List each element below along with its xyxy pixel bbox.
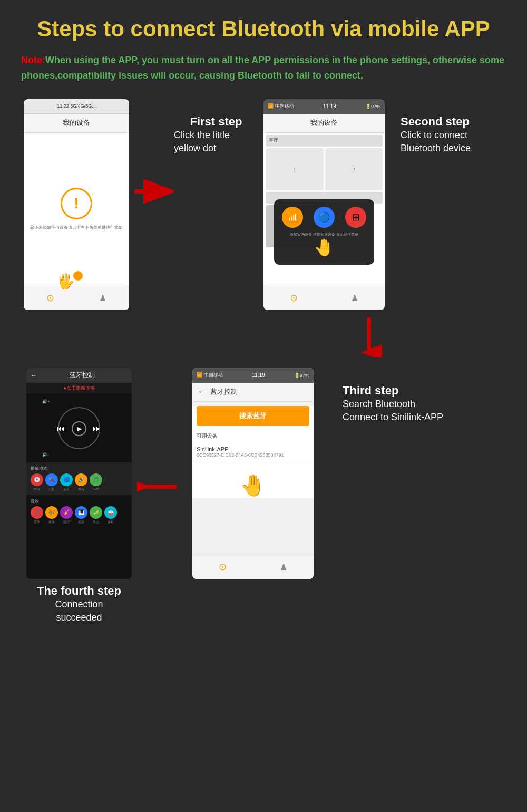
effect-6[interactable]: 🥁 [104, 506, 117, 519]
device-name: Sinilink-APP [197, 446, 309, 452]
note-text: When using the APP, you must turn on all… [21, 55, 504, 81]
phone1-footer: ⊙ ♟ [24, 286, 129, 310]
phone3-back: ← [31, 372, 37, 379]
room-cell-1: 1 [266, 148, 324, 190]
hand-cursor-3: 🤚 [240, 473, 266, 498]
phone3-mode-section: 播放模式 💿 🔌 🔵 🔊 🎵 SD卡 U盘 蓝牙 声音 AUX [26, 462, 132, 495]
phone2-body: 客厅 1 3 📶 🔵 [264, 133, 385, 286]
vol-up: 🔊+ [32, 399, 50, 404]
eff-label-6: 乡村 [104, 520, 117, 525]
warning-icon: ! [61, 188, 92, 219]
col-phone2: 📶 中国移动 11:19 🔋97% 我的设备 客厅 1 3 [258, 99, 390, 310]
phone1-title-bar: 我的设备 [24, 114, 129, 133]
mode-icons: 💿 🔌 🔵 🔊 🎵 [31, 473, 128, 486]
col-arrow-right [132, 178, 174, 205]
eff-label-2: 摇滚 [45, 520, 58, 525]
search-bluetooth-btn[interactable]: 搜索蓝牙 [197, 406, 309, 426]
effects-labels-row: 正常 摇滚 流行 活泼 爵士 乡村 [31, 520, 128, 525]
step1-number: First step [190, 115, 242, 129]
prev-btn[interactable]: ⏮ [57, 424, 65, 433]
col-phone3: ← 蓝牙控制 ●点击重新连接 🔊+ ⏮ ▶ ⏭ 🔊- [21, 368, 137, 624]
phone3-bt-status: ●点击重新连接 [63, 385, 94, 392]
col-phone1: 11:22 3G/4G/5G... 我的设备 ! 您还未添加任何设备请点击右下角… [21, 99, 132, 310]
phone3-effects-section: 音效 🎵 🎶 🎸 🎹 🎺 🥁 正常 摇滚 流行 活泼 爵士 [26, 495, 132, 528]
phone1-header: 11:22 3G/4G/5G... [24, 99, 129, 114]
row1-layout: 11:22 3G/4G/5G... 我的设备 ! 您还未添加任何设备请点击右下角… [21, 99, 506, 310]
page-container: Steps to connect Bluetooth via mobile AP… [21, 16, 506, 624]
hand-cursor-area: 🤚 [192, 473, 314, 498]
phone2-battery: 🔋97% [365, 104, 380, 109]
note-label: Note: [21, 55, 45, 65]
device-item-1[interactable]: Sinilink-APP 0CC90527-E C62-04A8-6CB4260… [192, 442, 314, 462]
hand-cursor-2: 🤚 [314, 237, 335, 257]
row2-layout: ← 蓝牙控制 ●点击重新连接 🔊+ ⏮ ▶ ⏭ 🔊- [21, 368, 506, 624]
col-step1-label: First step Click the little yellow dot [174, 115, 258, 155]
arrow-down-section [232, 315, 506, 357]
popup-wifi-icon[interactable]: 📶 [282, 207, 303, 228]
effect-1[interactable]: 🎵 [31, 506, 43, 519]
phone4-footer-icon2: ♟ [280, 562, 287, 572]
arrow-down-icon [356, 315, 382, 357]
grid-icon: ⊞ [352, 211, 360, 223]
player-controls: ⏮ ▶ ⏭ [57, 421, 101, 436]
effect-5[interactable]: 🎺 [90, 506, 102, 519]
phone3-title: 蓝牙控制 [37, 371, 128, 380]
phone2-footer: ⊙ ♟ [264, 286, 385, 310]
phone4-body: 搜索蓝牙 可用设备 Sinilink-APP 0CC90527-E C62-04… [192, 406, 314, 498]
mode-label: 播放模式 [31, 466, 128, 471]
mode-usb[interactable]: 🔌 [45, 473, 58, 486]
step3-line2: Connect to Sinilink-APP [343, 411, 443, 424]
eff-label-1: 正常 [31, 520, 43, 525]
effect-2[interactable]: 🎶 [45, 506, 58, 519]
phone1-body: ! 您还未添加任何设备请点击右下角菜单键进行添加 [24, 133, 129, 286]
wifi-icon: 📶 [287, 211, 298, 223]
device-id: 0CC90527-E C62-04A8-6CB4260504791 [197, 452, 309, 458]
step4-label: The fourth step Connection succeeded [37, 584, 121, 624]
popup-grid-icon[interactable]: ⊞ [345, 207, 366, 228]
step2-number: Second step [401, 115, 470, 129]
arrow-left-icon [137, 473, 179, 500]
phone4-footer-icon1: ⊙ [219, 561, 227, 573]
popup-icons-row: 📶 🔵 ⊞ [282, 207, 366, 228]
label-sd: SD卡 [31, 487, 43, 492]
phone4-signal: 📶 中国移动 [197, 372, 223, 379]
eff-label-3: 流行 [60, 520, 73, 525]
play-btn[interactable]: ▶ [72, 421, 86, 436]
col-step2-label: Second step Click to connect Bluetooth d… [401, 115, 471, 155]
phone2-footer-icon2: ♟ [351, 293, 358, 303]
step1-desc: Click the little yellow dot [174, 129, 258, 155]
note-section: Note:When using the APP, you must turn o… [21, 53, 506, 83]
phone3-player: 🔊+ ⏮ ▶ ⏭ 🔊- [26, 394, 132, 462]
phone2-title-bar: 我的设备 [264, 114, 385, 133]
step4-number: The fourth step [37, 584, 121, 597]
mode-sound[interactable]: 🔊 [75, 473, 87, 486]
phone1-screen: 11:22 3G/4G/5G... 我的设备 ! 您还未添加任何设备请点击右下角… [24, 99, 129, 310]
mode-aux[interactable]: 🎵 [90, 473, 102, 486]
step3-number: Third step [343, 384, 443, 398]
mode-bt[interactable]: 🔵 [60, 473, 73, 486]
mode-sd[interactable]: 💿 [31, 473, 43, 486]
step2-line2: Bluetooth device [401, 142, 471, 155]
bluetooth-icon: 🔵 [318, 211, 330, 223]
warning-char: ! [74, 195, 79, 212]
next-btn[interactable]: ⏭ [93, 424, 101, 433]
phone3-screen: ← 蓝牙控制 ●点击重新连接 🔊+ ⏮ ▶ ⏭ 🔊- [26, 368, 132, 579]
effect-4[interactable]: 🎹 [75, 506, 87, 519]
step4-line2: succeeded [56, 612, 102, 623]
phone2-footer-icon1: ⊙ [290, 292, 298, 304]
available-label: 可用设备 [192, 430, 314, 442]
player-circle[interactable]: ⏮ ▶ ⏭ [58, 407, 100, 449]
phone1-footer-icon1: ⊙ [46, 292, 54, 304]
step2-line1: Click to connect [401, 129, 467, 142]
room-cell-2: 3 [325, 148, 383, 190]
phone3-header: ← 蓝牙控制 [26, 368, 132, 383]
phone2-signal: 📶 中国移动 [268, 103, 294, 110]
phone1-status: 11:22 3G/4G/5G... [57, 103, 96, 109]
popup-bt-icon[interactable]: 🔵 [314, 207, 335, 228]
popup-labels: 添加WiFi设备 连接蓝牙设备 显示操作菜单 [290, 232, 358, 237]
vol-down: 🔊- [32, 452, 49, 457]
col-phone4: 📶 中国移动 11:19 🔋97% ← 蓝牙控制 搜索蓝牙 可用设备 Sinil… [179, 368, 327, 579]
effect-3[interactable]: 🎸 [60, 506, 73, 519]
phone2-screen: 📶 中国移动 11:19 🔋97% 我的设备 客厅 1 3 [264, 99, 385, 310]
effects-label: 音效 [31, 498, 128, 504]
